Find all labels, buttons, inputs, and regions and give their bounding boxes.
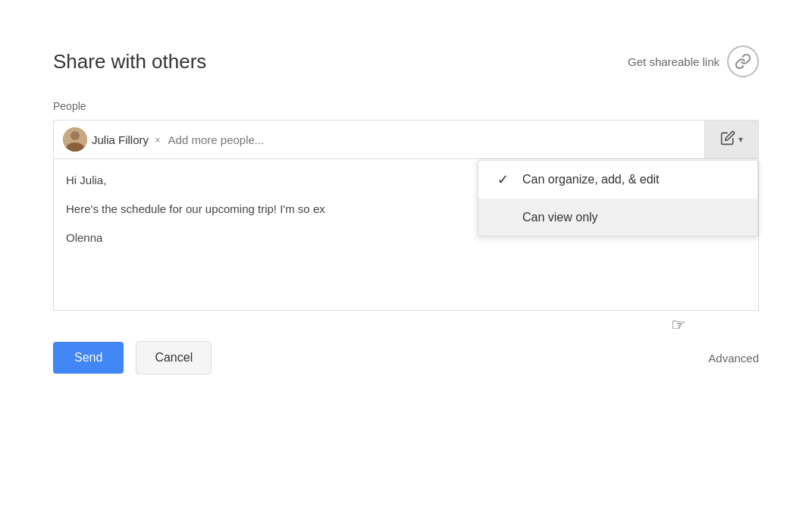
person-remove-button[interactable]: ×: [155, 134, 161, 146]
link-icon: [727, 45, 759, 77]
pencil-icon: [720, 130, 735, 149]
avatar: [63, 127, 87, 152]
can-view-only-label: Can view only: [522, 211, 598, 224]
person-chip: Julia Fillory ×: [63, 127, 161, 152]
can-organize-label: Can organize, add, & edit: [522, 173, 660, 186]
checkmark-icon: ✓: [494, 171, 512, 188]
add-more-people-input[interactable]: [168, 133, 695, 146]
advanced-button[interactable]: Advanced: [708, 352, 759, 365]
can-view-only-option[interactable]: Can view only: [478, 199, 757, 236]
can-organize-add-edit-option[interactable]: ✓ Can organize, add, & edit: [478, 161, 757, 199]
shareable-link-label: Get shareable link: [628, 55, 720, 68]
get-shareable-link-button[interactable]: Get shareable link: [628, 45, 759, 77]
cancel-button[interactable]: Cancel: [136, 341, 212, 374]
dropdown-arrow-icon: ▾: [738, 134, 743, 145]
edit-permissions-button[interactable]: ▾ ✓ Can organize, add, & edit Can view o…: [704, 120, 759, 159]
people-label: People: [53, 100, 759, 112]
send-button[interactable]: Send: [53, 342, 124, 374]
people-input-row: Julia Fillory × ▾ ✓ Can organize, add, &…: [53, 120, 759, 159]
dialog-header: Share with others Get shareable link: [53, 45, 759, 77]
svg-point-1: [71, 131, 80, 140]
person-name: Julia Fillory: [92, 133, 149, 146]
people-input-box[interactable]: Julia Fillory ×: [53, 120, 704, 159]
dialog-footer: Send Cancel Advanced: [53, 341, 759, 374]
share-dialog: Share with others Get shareable link Peo…: [23, 23, 789, 503]
no-check-icon: [494, 209, 512, 225]
permissions-dropdown: ✓ Can organize, add, & edit Can view onl…: [478, 160, 758, 236]
cursor-hand-icon: ☞: [671, 315, 686, 335]
dialog-title: Share with others: [53, 50, 206, 74]
